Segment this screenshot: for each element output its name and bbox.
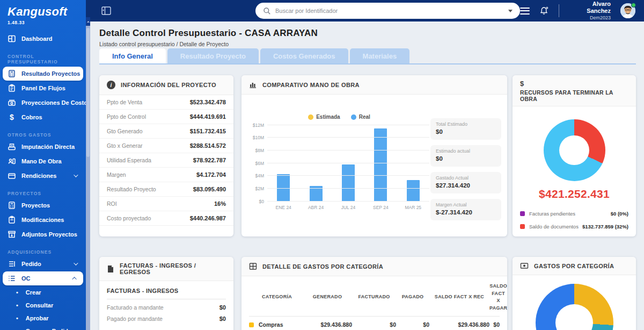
tab-info-general[interactable]: Info General xyxy=(99,48,166,63)
tab-materiales[interactable]: Materiales xyxy=(350,48,410,63)
stat-value: $0 xyxy=(436,155,496,162)
info-value: $83.095.490 xyxy=(193,186,226,192)
sidebar-item-label: Modificaciones xyxy=(21,217,64,223)
sidebar-item-imputacion-directa[interactable]: Imputación Directa xyxy=(3,140,83,154)
invoice-value: $0 xyxy=(219,304,226,311)
info-value: $523.342.478 xyxy=(190,99,226,105)
search-input[interactable] xyxy=(275,8,508,14)
sidebar-scrollbar[interactable] xyxy=(86,0,90,330)
col-header: CATEGORÍA xyxy=(249,293,303,301)
sidebar-item-label: Pedido xyxy=(21,261,41,267)
legend-swatch xyxy=(520,224,525,229)
notifications-bell-icon[interactable] xyxy=(539,6,549,16)
info-label: Costo proyectado xyxy=(107,215,151,221)
sidebar-item-proyectos[interactable]: Proyectos xyxy=(3,198,83,212)
sidebar-item-resultado-proyectos[interactable]: Resultado Proyectos xyxy=(3,67,83,81)
search-dropdown-caret[interactable] xyxy=(508,10,513,12)
sidebar-subitem-crear[interactable]: Crear xyxy=(0,286,86,299)
sidebar-item-proyecciones-de-costos[interactable]: Proyecciones De Costos xyxy=(3,96,83,110)
panel-header: i INFORMACIÓN DEL PROYECTO xyxy=(99,75,233,95)
sidebar-subitem-consultar[interactable]: Consultar xyxy=(0,299,86,312)
category-donut-panel: GASTOS POR CATEGORÍA xyxy=(513,257,636,330)
sidebar-item-label: Imputación Directa xyxy=(21,144,75,150)
info-value: 16% xyxy=(214,200,226,207)
cell-saldo-rec: $29.436.880 xyxy=(429,321,489,328)
sidebar-toggle-button[interactable] xyxy=(101,6,112,16)
col-header: PAGADO xyxy=(396,293,429,301)
user-avatar[interactable] xyxy=(620,3,635,18)
invoice-row: Facturado a mandante $0 xyxy=(99,299,233,311)
panel-header: $ RECURSOS PARA TERMINAR LA OBRA xyxy=(513,75,636,106)
info-label: Ppto de Venta xyxy=(107,99,142,105)
info-row: Ppto de Venta$523.342.478 xyxy=(99,95,233,110)
sidebar-item-dashboard[interactable]: Dashboard xyxy=(3,32,83,46)
panel-title: INFORMACIÓN DEL PROYECTO xyxy=(121,82,216,88)
chevron-down-icon xyxy=(74,173,78,177)
stat-total-estimado: Total Estimado $0 xyxy=(430,118,501,140)
bar-slot xyxy=(267,125,299,202)
category-name: Compras xyxy=(259,321,283,328)
clipboard-icon xyxy=(7,84,17,92)
subitem-label: Comprar Pedidos xyxy=(26,328,75,330)
bar-sep-24 xyxy=(374,128,387,201)
user-block[interactable]: Alvaro Sanchez Dem2023 xyxy=(568,1,611,21)
legend-row: Facturas pendientes $0 (0%) xyxy=(520,207,628,220)
chevron-up-icon xyxy=(87,21,89,23)
app-version: 1.48.33 xyxy=(8,20,86,25)
user-name: Alvaro Sanchez xyxy=(568,1,611,16)
sidebar-item-label: Adjuntos Proyectos xyxy=(21,231,77,238)
stat-label: Gastado Actual xyxy=(436,175,496,181)
sidebar-subitem-comprar-pedidos[interactable]: Comprar Pedidos xyxy=(0,325,86,330)
resources-panel: $ RECURSOS PARA TERMINAR LA OBRA $421.25… xyxy=(513,75,636,236)
sidebar-nav: Dashboard CONTROL PRESUPUESTARIO Resulta… xyxy=(0,32,86,330)
col-header: FACTURADO xyxy=(352,293,396,301)
tab-costos-generados[interactable]: Costos Generados xyxy=(260,48,348,63)
search-bar[interactable] xyxy=(255,3,520,19)
sidebar-item-label: Cobros xyxy=(21,114,42,120)
scrollbar-cap xyxy=(86,0,90,17)
sidebar-subitem-aprobar[interactable]: Aprobar xyxy=(0,312,86,325)
logo-block: Kangusoft 1.48.33 xyxy=(0,0,86,26)
sidebar-item-label: Resultado Proyectos xyxy=(21,70,80,77)
gridline xyxy=(267,201,429,202)
sidebar-item-oc[interactable]: OC xyxy=(3,271,83,285)
menu-icon[interactable] xyxy=(520,8,530,15)
sidebar-item-label: Panel De Flujos xyxy=(21,85,65,91)
y-tick: $6M xyxy=(255,161,264,166)
invoice-label: Facturado a mandante xyxy=(107,304,164,311)
bar-chart-legend: EstimadaReal xyxy=(249,114,429,121)
stat-value: $27.314.420 xyxy=(436,182,496,189)
sidebar-item-modificaciones[interactable]: Modificaciones xyxy=(3,213,83,227)
legend-value: $0 (0%) xyxy=(611,211,628,217)
col-header: GENERADO xyxy=(303,293,352,301)
cell-pagado: $0 xyxy=(396,321,429,328)
stat-label: Margen Actual xyxy=(436,202,496,207)
sidebar-item-cobros[interactable]: $ Cobros xyxy=(3,110,83,124)
scroll-up-button[interactable] xyxy=(86,17,90,26)
panel-header: FACTURAS - INGRESOS / EGRESOS xyxy=(99,257,233,281)
y-tick: $12M xyxy=(253,123,264,128)
sidebar-item-rendiciones[interactable]: Rendiciones xyxy=(3,169,83,183)
project-info-panel: i INFORMACIÓN DEL PROYECTO Ppto de Venta… xyxy=(99,75,233,236)
invoice-label: Pagado por mandante xyxy=(107,315,163,322)
invoices-panel: FACTURAS - INGRESOS / EGRESOS FACTURAS -… xyxy=(99,257,233,330)
scrollbar-thumb[interactable] xyxy=(86,28,90,157)
sidebar-item-label: Proyectos xyxy=(21,202,50,209)
info-value: $440.246.987 xyxy=(190,215,226,221)
sidebar-item-adjuntos-proyectos[interactable]: Adjuntos Proyectos xyxy=(3,227,83,241)
category-donut xyxy=(536,284,613,330)
sidebar-section-proyectos: PROYECTOS xyxy=(8,191,86,196)
sidebar-item-pedido[interactable]: Pedido xyxy=(3,257,83,271)
resources-donut xyxy=(544,119,605,181)
legend-row: Saldo de documentos $132.737.859 (32%) xyxy=(520,220,628,233)
table-icon xyxy=(249,262,257,270)
tab-resultado-proyecto[interactable]: Resultado Proyecto xyxy=(167,48,259,63)
sidebar-item-panel-de-flujos[interactable]: Panel De Flujos xyxy=(3,81,83,95)
sidebar-item-mano-de-obra[interactable]: Mano De Obra xyxy=(3,154,83,168)
stat-label: Estimado actual xyxy=(436,148,496,154)
bar-chart-x-axis: ENE 24ABR 24JUL 24SEP 24MAR 25 xyxy=(267,205,429,210)
resources-legend: Facturas pendientes $0 (0%) Saldo de doc… xyxy=(520,207,628,236)
legend-label: Saldo de documentos xyxy=(529,224,582,229)
legend-label: Facturas pendientes xyxy=(529,211,611,217)
legend-dot xyxy=(308,114,313,120)
